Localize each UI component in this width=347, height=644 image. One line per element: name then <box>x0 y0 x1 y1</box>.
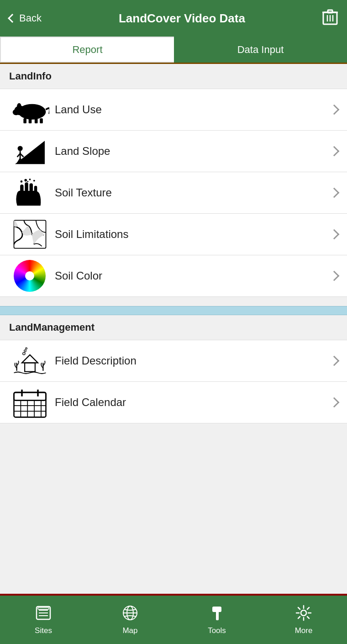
svg-point-36 <box>24 350 26 352</box>
color-wheel-icon <box>9 260 50 292</box>
svg-point-15 <box>17 146 22 151</box>
gear-icon <box>295 605 312 623</box>
hammer-icon <box>209 605 225 623</box>
chevron-left-icon <box>8 14 17 23</box>
field-description-label: Field Description <box>50 354 331 367</box>
svg-point-35 <box>22 353 25 355</box>
section-gap <box>0 297 347 306</box>
chevron-right-icon <box>329 271 340 281</box>
list-item-soil-texture[interactable]: Soil Texture <box>0 172 347 214</box>
list-item-soil-color[interactable]: Soil Color <box>0 255 347 297</box>
tools-tab-label: Tools <box>208 626 226 635</box>
svg-rect-21 <box>20 184 23 193</box>
svg-rect-9 <box>28 118 32 123</box>
soil-texture-label: Soil Texture <box>50 186 331 199</box>
calendar-icon <box>9 386 50 418</box>
content-spacer <box>0 423 347 515</box>
bottom-tab-map[interactable]: Map <box>87 596 174 644</box>
bottom-tab-bar: Sites Map Tools <box>0 594 347 644</box>
chevron-right-icon <box>329 356 340 366</box>
back-button[interactable]: Back <box>9 12 42 24</box>
svg-point-13 <box>17 103 21 109</box>
svg-rect-11 <box>40 118 43 123</box>
content-area: LandInfo Land Use <box>0 64 347 644</box>
sites-tab-label: Sites <box>35 626 52 635</box>
svg-point-25 <box>24 179 27 181</box>
tab-bar: Report Data Input <box>0 37 347 64</box>
slope-icon <box>9 135 50 167</box>
hand-soil-icon <box>9 177 50 209</box>
map-tab-label: Map <box>122 626 137 635</box>
svg-rect-8 <box>23 118 26 123</box>
svg-rect-52 <box>38 607 49 609</box>
chevron-right-icon <box>329 229 340 240</box>
back-label: Back <box>19 12 42 24</box>
farm-icon <box>9 345 50 377</box>
chevron-right-icon <box>329 188 340 198</box>
svg-point-27 <box>20 180 22 183</box>
svg-point-26 <box>29 178 31 180</box>
landmanagement-section-header: LandManagement <box>0 315 347 340</box>
soil-color-label: Soil Color <box>50 269 331 282</box>
list-icon <box>35 605 52 623</box>
list-item-land-use[interactable]: Land Use <box>0 89 347 131</box>
more-tab-label: More <box>295 626 313 635</box>
svg-point-28 <box>33 179 35 181</box>
list-item-soil-limitations[interactable]: Soil Limitations <box>0 214 347 255</box>
trash-button[interactable] <box>322 9 338 28</box>
globe-icon <box>122 605 138 623</box>
trash-icon <box>322 9 338 25</box>
tab-datainput[interactable]: Data Input <box>174 37 347 63</box>
tab-report[interactable]: Report <box>0 37 174 63</box>
chevron-right-icon <box>329 146 340 157</box>
section-separator <box>0 306 347 315</box>
svg-rect-23 <box>29 183 32 192</box>
page-title: LandCover Video Data <box>119 11 245 26</box>
svg-rect-10 <box>34 118 37 123</box>
bottom-tab-more[interactable]: More <box>260 596 347 644</box>
svg-point-37 <box>25 348 27 349</box>
chevron-right-icon <box>329 105 340 115</box>
svg-rect-32 <box>25 363 35 371</box>
list-item-field-description[interactable]: Field Description <box>0 340 347 382</box>
svg-rect-24 <box>34 185 37 192</box>
svg-rect-39 <box>14 392 46 401</box>
list-item-land-slope[interactable]: Land Slope <box>0 131 347 172</box>
soil-limitations-label: Soil Limitations <box>50 228 331 241</box>
svg-point-12 <box>12 109 19 115</box>
field-calendar-label: Field Calendar <box>50 396 331 409</box>
cow-icon <box>9 94 50 126</box>
svg-point-59 <box>301 610 306 616</box>
svg-marker-31 <box>22 355 38 363</box>
svg-rect-22 <box>25 182 28 191</box>
land-use-label: Land Use <box>50 103 331 116</box>
bottom-tab-sites[interactable]: Sites <box>0 596 87 644</box>
list-item-field-calendar[interactable]: Field Calendar <box>0 382 347 423</box>
bottom-tab-tools[interactable]: Tools <box>174 596 260 644</box>
svg-point-29 <box>27 181 28 182</box>
land-slope-label: Land Slope <box>50 145 331 158</box>
landinfo-section-header: LandInfo <box>0 64 347 89</box>
chevron-right-icon <box>329 397 340 408</box>
app-header: Back LandCover Video Data <box>0 0 347 37</box>
svg-rect-57 <box>212 607 221 612</box>
cracked-soil-icon <box>9 218 50 250</box>
svg-rect-58 <box>216 612 218 620</box>
